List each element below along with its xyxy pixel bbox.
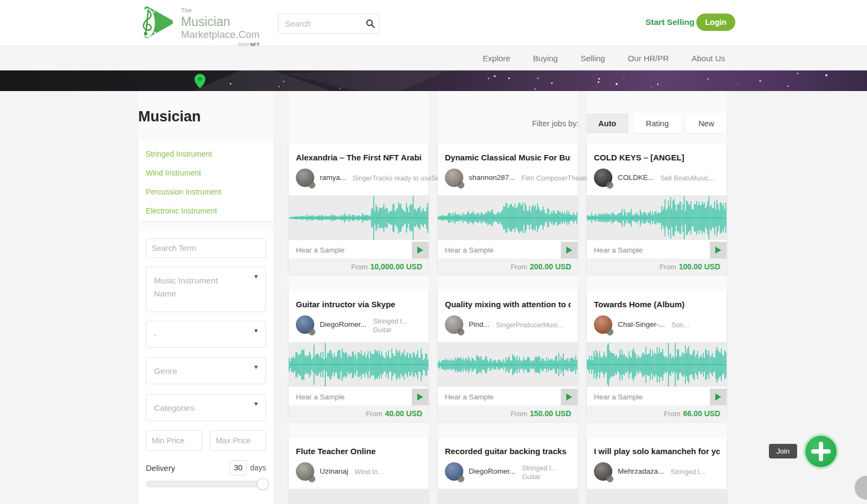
instrument-select[interactable]: Music Instrument Name ▼ (146, 267, 266, 312)
sample-row: Hear a Sample (587, 389, 727, 405)
gig-card-5[interactable]: Quality mixing with attention to d... Pi… (438, 290, 578, 422)
gig-title[interactable]: Recorded guitar backing tracks (445, 447, 571, 456)
category-link-wind-instrument[interactable]: Wind Instrument (146, 169, 274, 177)
seller-avatar[interactable] (594, 315, 612, 334)
gig-card-3[interactable]: COLD KEYS – [ANGEL] COLDKE... Sell Beats… (587, 144, 727, 275)
start-selling-link[interactable]: Start Selling (645, 17, 694, 27)
seller-name[interactable]: ramya... (320, 173, 346, 182)
nav-item-selling[interactable]: Selling (580, 54, 605, 63)
seller-avatar[interactable] (445, 315, 463, 334)
gig-title[interactable]: Dynamic Classical Music For Buyo... (445, 153, 571, 162)
nav-item-our-hr-pr[interactable]: Our HR/PR (627, 54, 669, 63)
seller-name[interactable]: shannon287... (469, 173, 515, 182)
waveform[interactable] (438, 342, 578, 387)
partial-fab-button[interactable] (855, 476, 867, 500)
seller-name[interactable]: Mehrzadaza... (618, 467, 664, 475)
waveform[interactable] (587, 489, 727, 504)
seller-name[interactable]: Chal-Singer-... (618, 320, 665, 328)
gig-title[interactable]: COLD KEYS – [ANGEL] (594, 153, 720, 162)
seller-name[interactable]: DiegoRomer... (469, 467, 515, 475)
status-dot-icon (457, 182, 464, 189)
max-price-input[interactable] (210, 430, 266, 451)
play-button[interactable] (561, 242, 578, 259)
gig-title[interactable]: Guitar intructor via Skype (296, 300, 422, 309)
gig-title[interactable]: Alexandria – The First NFT Arabic ... (296, 153, 422, 162)
logo[interactable]: The Musician Marketplace.Com MMP.NFT (139, 3, 260, 47)
gig-card-head: Flute Teacher Online Uzinanaj Wind In... (289, 437, 429, 484)
gig-meta: shannon287... Film ComposerTheater C (445, 169, 571, 187)
gig-title[interactable]: Flute Teacher Online (296, 447, 422, 456)
search-icon[interactable] (361, 19, 379, 28)
seller-avatar[interactable] (296, 462, 314, 481)
gig-card-9[interactable]: I will play solo kamancheh for you... Me… (587, 437, 727, 504)
filter-button-auto[interactable]: Auto (586, 113, 629, 133)
price-value: 200.00 USD (530, 262, 571, 271)
seller-avatar[interactable] (445, 462, 463, 481)
join-button[interactable]: Join (769, 444, 797, 458)
price-from-label: From (664, 410, 680, 418)
waveform[interactable] (587, 195, 727, 240)
price-value: 150.00 USD (530, 409, 571, 418)
delivery-slider-handle[interactable] (257, 478, 269, 490)
price-row: From 150.00 USD (438, 405, 578, 422)
search-input[interactable] (279, 19, 361, 28)
seller-avatar[interactable] (594, 169, 612, 187)
categories-select[interactable]: Categories ▼ (146, 394, 266, 421)
seller-avatar[interactable] (594, 462, 612, 481)
delivery-label: Delivery (146, 463, 229, 473)
seller-avatar[interactable] (296, 169, 314, 187)
login-button[interactable]: Login (696, 14, 735, 31)
sample-row: Hear a Sample (587, 242, 727, 259)
price-row: From 66.00 USD (587, 405, 727, 422)
waveform[interactable] (438, 195, 578, 240)
seller-name[interactable]: Uzinanaj (320, 467, 348, 475)
play-button[interactable] (561, 389, 578, 405)
nav-item-buying[interactable]: Buying (533, 54, 558, 63)
genre-select[interactable]: Genre ▼ (146, 357, 266, 384)
waveform[interactable] (289, 342, 429, 387)
banner-star-dot (616, 83, 618, 85)
category-link-percussion-instrument[interactable]: Percussion Instrument (146, 188, 274, 196)
seller-avatar[interactable] (445, 169, 463, 187)
gig-card-2[interactable]: Dynamic Classical Music For Buyo... shan… (438, 144, 578, 275)
delivery-slider-track[interactable] (146, 481, 267, 487)
filter-button-rating[interactable]: Rating (633, 113, 681, 133)
gig-title[interactable]: I will play solo kamancheh for you... (594, 447, 720, 456)
seller-name[interactable]: DiegoRomer... (320, 320, 366, 328)
play-button[interactable] (412, 389, 429, 405)
nav-item-about-us[interactable]: About Us (691, 54, 725, 63)
logo-line-the: The (181, 8, 260, 14)
filter-button-new[interactable]: New (686, 113, 727, 133)
hear-sample-label: Hear a Sample (587, 246, 710, 254)
play-button[interactable] (412, 242, 429, 259)
waveform[interactable] (289, 195, 429, 240)
gig-card-6[interactable]: Towards Home (Album) Chal-Singer-... Son… (587, 290, 727, 422)
play-button[interactable] (710, 242, 727, 259)
add-fab-button[interactable] (805, 436, 837, 467)
waveform[interactable] (587, 342, 727, 387)
seller-name[interactable]: COLDKE... (618, 173, 654, 182)
logo-text: The Musician Marketplace.Com MMP.NFT (181, 3, 260, 47)
seller-name[interactable]: Pind... (469, 320, 489, 328)
seller-avatar[interactable] (296, 315, 314, 334)
category-link-stringed-instrument[interactable]: Stringed Instrument (146, 150, 274, 158)
dash-select[interactable]: - ▼ (146, 321, 266, 348)
hear-sample-label: Hear a Sample (587, 393, 710, 401)
gig-title[interactable]: Quality mixing with attention to d... (445, 300, 571, 309)
gig-card-1[interactable]: Alexandria – The First NFT Arabic ... ra… (289, 144, 429, 275)
min-price-input[interactable] (146, 430, 202, 451)
waveform[interactable] (438, 489, 578, 504)
gig-card-8[interactable]: Recorded guitar backing tracks DiegoRome… (438, 437, 578, 504)
waveform[interactable] (289, 489, 429, 504)
gig-title[interactable]: Towards Home (Album) (594, 300, 720, 309)
banner-star-dot (488, 77, 489, 79)
gig-card-7[interactable]: Flute Teacher Online Uzinanaj Wind In...… (289, 437, 429, 504)
delivery-days-input[interactable] (229, 460, 247, 475)
banner-star-dot (651, 87, 652, 88)
play-button[interactable] (710, 389, 727, 405)
search-term-input[interactable] (146, 238, 266, 258)
nav-item-explore[interactable]: Explore (483, 54, 510, 63)
gig-card-4[interactable]: Guitar intructor via Skype DiegoRomer...… (289, 290, 429, 422)
gig-meta: Uzinanaj Wind In... (296, 462, 422, 481)
category-link-electronic-instrument[interactable]: Electronic Instrument (146, 206, 274, 215)
